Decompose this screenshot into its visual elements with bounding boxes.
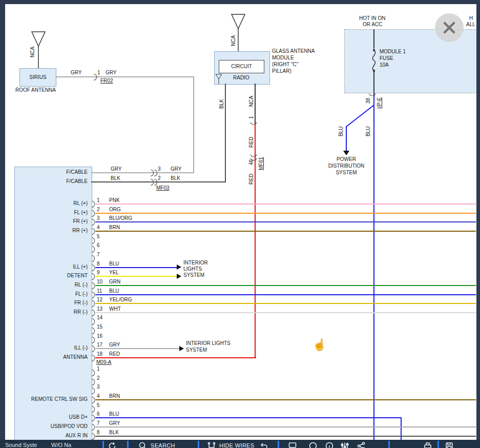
wire-red (95, 357, 256, 358)
pin-function-label: FL (+) (15, 210, 88, 216)
connector-pin-arc (92, 292, 95, 298)
save-button[interactable] (445, 441, 454, 448)
pin-number: 7 (97, 252, 100, 258)
pin-number: 9 (97, 270, 100, 276)
wire-gry (95, 348, 179, 349)
wire-color-label: BLU (365, 127, 371, 136)
pin-number: 3 (97, 215, 100, 221)
connector-pin-arc (92, 328, 95, 334)
hot-label: OR ACC (363, 22, 382, 28)
wire-color-label: RED (109, 351, 120, 357)
wire-color-label: GRY (171, 166, 182, 172)
print-button[interactable] (423, 441, 432, 448)
system-variant-label: W/O Na (51, 442, 71, 448)
pin-function-label: RL (-) (15, 282, 88, 288)
fuse-icon (368, 48, 380, 74)
connector-pin-arc (92, 246, 95, 253)
undo-button[interactable] (259, 441, 268, 448)
pin-number: 6 (97, 411, 100, 417)
wire-blu-branch (346, 126, 347, 151)
toolbar-separator (127, 441, 129, 448)
record-button[interactable] (308, 441, 318, 448)
wire-color-label: PNK (109, 197, 120, 203)
info-icon (325, 441, 334, 448)
connector-pin-arc (92, 345, 95, 352)
connector-name: MF61 (258, 157, 264, 170)
wire-color-label: BLK (219, 99, 224, 109)
wire-gry (55, 76, 194, 77)
pin-number: 12 (97, 297, 102, 303)
pin-number: 14 (97, 315, 102, 321)
wire-color-label: YEL (109, 270, 119, 276)
module-name-line: (RIGHT "C" (272, 62, 298, 68)
pin-number: 5 (97, 234, 100, 240)
left-frame (0, 0, 5, 440)
arrow-right-icon (177, 274, 181, 279)
wire-color-label: RED (248, 137, 254, 148)
connector-pin-arc (92, 318, 95, 325)
pin-number: 3 (97, 384, 100, 390)
fuse-out-wire (373, 71, 374, 94)
comment-button[interactable] (288, 441, 297, 448)
info-button[interactable] (325, 441, 334, 448)
share-button[interactable] (357, 441, 366, 448)
fuse-label: FUSE (380, 55, 393, 62)
hide-wires-button[interactable] (207, 441, 216, 448)
pin-function-label: RR (+) (15, 228, 88, 234)
pin-function-label: ILL (-) (15, 345, 88, 351)
pin-function-label: ANTENNA (15, 354, 88, 360)
wire-org (95, 213, 476, 214)
pin-number: 6 (97, 242, 100, 249)
wire-color-label: BLU (109, 411, 119, 417)
wire-blu (95, 267, 177, 268)
connector-pin-arc (92, 237, 95, 244)
wire-blu-org (95, 221, 476, 222)
connector-pin-arc (154, 170, 157, 176)
pin-function-label: FR (+) (15, 218, 88, 225)
wire-color-label: RED (248, 174, 254, 185)
wire-color-label: BRN (109, 225, 120, 231)
wire-brn (95, 399, 476, 400)
fuse-feed-wire (373, 29, 374, 49)
search-label[interactable]: SEARCH (151, 442, 175, 448)
pin-number: 10 (97, 279, 102, 285)
system-ref-label: INTERIOR (183, 260, 208, 266)
arrow-down-icon (343, 151, 349, 155)
connector-pin-arc (92, 282, 95, 289)
pin-function-label: RR (-) (15, 309, 88, 315)
pin-function-label: AUX R IN (15, 433, 88, 439)
pin-number: 15 (97, 324, 102, 330)
system-ref-label: INTERIOR LIGHTS (186, 340, 231, 347)
connector-pin-arc (92, 264, 95, 271)
pin-number: 2 (158, 175, 161, 181)
connector-pin-arc (92, 388, 95, 394)
wire-color-label: WHT (109, 306, 121, 312)
pin-number: 11 (97, 288, 102, 294)
radio-label: RADIO (233, 75, 249, 81)
wire-color-label: NCA (231, 35, 236, 46)
wire-color-label: BLU/ORG (109, 215, 132, 221)
wire-color-label: BLU (109, 288, 119, 294)
wire-wht (95, 312, 476, 313)
connector-pin-arc (92, 310, 95, 316)
connector-name: M09-A (96, 359, 111, 365)
connector-pin-arc (92, 433, 95, 440)
close-button[interactable] (435, 13, 464, 42)
hide-wires-label[interactable]: HIDE WIRES (219, 442, 254, 448)
print-icon (423, 441, 432, 448)
pin-function-label: ILL (+) (15, 264, 88, 270)
settings-button[interactable] (340, 441, 349, 448)
connector-pin-arc (251, 154, 257, 157)
pin-number: 46 (248, 159, 254, 165)
antenna-icon (231, 13, 246, 52)
system-ref-label: POWER (321, 156, 372, 162)
wire-blk (95, 436, 476, 437)
system-ref-label: SYSTEM (183, 272, 204, 278)
wire-color-label: GRY (109, 420, 120, 426)
history-button[interactable] (108, 441, 117, 448)
comment-icon (288, 441, 297, 448)
connector-pin-arc (251, 122, 257, 125)
connector-name: MF03 (156, 185, 170, 191)
connector-pin-arc (92, 355, 95, 361)
search-button[interactable] (138, 441, 148, 448)
